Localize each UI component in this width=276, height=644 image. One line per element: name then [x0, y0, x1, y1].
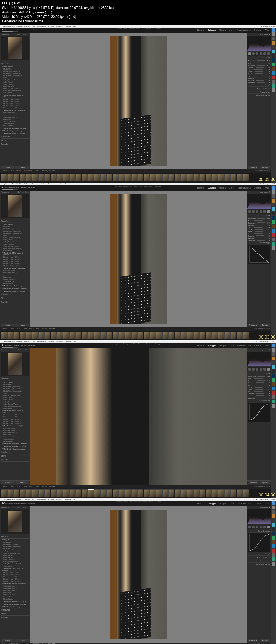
- preset-item[interactable]: Tonalità fredde: [1, 122, 29, 125]
- filmstrip-thumb[interactable]: [175, 332, 181, 339]
- slider-contrast[interactable]: Contrasto0: [248, 382, 270, 384]
- preset-item[interactable]: Black&White_basevince: [1, 228, 29, 230]
- crop-tool[interactable]: [248, 368, 251, 371]
- panel-section-header[interactable]: Istantanee: [1, 135, 29, 139]
- ripristina-button[interactable]: Ripristina: [260, 166, 270, 169]
- filter-label[interactable]: Filtro: Filtro disattivato: [254, 170, 270, 173]
- preset-item[interactable]: Bianco e nero - Effetto 2: [1, 574, 29, 576]
- menu-item[interactable]: Aiuto: [73, 183, 76, 185]
- panel-section-header[interactable]: Storia: [1, 139, 29, 142]
- section-header[interactable]: Correzioni obiettivo: [248, 563, 270, 566]
- menu-item[interactable]: Visualizza: [56, 499, 63, 500]
- preset-item[interactable]: Crossprocessing 3: [1, 431, 29, 434]
- preset-item[interactable]: Crossprocessing 1: [1, 112, 29, 114]
- battery-icon[interactable]: •: [258, 25, 258, 27]
- module-presentazione[interactable]: Presentazione: [237, 344, 251, 347]
- navigator-thumbnail[interactable]: [1, 36, 29, 60]
- slider-track[interactable]: [257, 240, 265, 241]
- filmstrip-thumb[interactable]: [88, 174, 94, 181]
- bluetooth-icon[interactable]: •: [255, 341, 255, 342]
- crop-tool[interactable]: [248, 526, 251, 528]
- preset-item[interactable]: Tonalità fredde: [1, 438, 29, 440]
- module-mappa[interactable]: Mappa: [219, 187, 226, 189]
- preset-item[interactable]: Color_SpringyVibes: [1, 561, 29, 563]
- spot-tool[interactable]: [252, 368, 255, 371]
- filmstrip-thumb[interactable]: [131, 332, 137, 339]
- preset-item[interactable]: Crossprocessing 1: [1, 269, 29, 272]
- preset-item[interactable]: Color_ThejustandtheGirl: [1, 90, 29, 92]
- menu-item[interactable]: Visualizza: [56, 183, 63, 185]
- dock-app-icon[interactable]: [272, 28, 275, 32]
- dock-app-icon[interactable]: [272, 344, 275, 347]
- slider-tint[interactable]: Tinta+11: [248, 220, 270, 222]
- slider-clarity[interactable]: Chiarezza+10: [248, 393, 270, 395]
- preset-group[interactable]: ▼ Predefiniti video di Lightroom: [1, 605, 29, 608]
- filmstrip-thumb[interactable]: [125, 332, 131, 339]
- filmstrip-thumb[interactable]: [75, 489, 81, 497]
- filmstrip-thumb[interactable]: [100, 489, 106, 497]
- preset-item[interactable]: Color_SpringyVibes: [1, 403, 29, 405]
- menu-item[interactable]: Sviluppo: [24, 183, 30, 185]
- filmstrip-thumb[interactable]: [150, 489, 156, 497]
- wifi-icon[interactable]: •: [253, 499, 254, 500]
- curve-section-header[interactable]: Curva di viraggio: [248, 530, 270, 533]
- panel-section-header[interactable]: Raccolte: [1, 458, 29, 462]
- filmstrip-thumb[interactable]: [168, 174, 174, 181]
- filmstrip-thumb[interactable]: [119, 174, 125, 181]
- filmstrip-thumb[interactable]: [206, 332, 212, 339]
- slider-exposure[interactable]: Esposizione+0,40: [248, 380, 270, 382]
- filmstrip-thumb[interactable]: [181, 174, 187, 181]
- preset-group[interactable]: ▼ Predefiniti generali di Lightroom: [1, 603, 29, 605]
- slider-shadows[interactable]: Ombre+25: [248, 386, 270, 388]
- brush-tool[interactable]: [267, 210, 270, 213]
- filmstrip-thumb[interactable]: [237, 489, 243, 497]
- dock-app-icon[interactable]: [272, 220, 275, 224]
- preset-item[interactable]: Color_: [1, 77, 29, 79]
- filmstrip-thumb[interactable]: [243, 332, 249, 339]
- preset-item[interactable]: Black&White_teresaprova: [1, 74, 29, 77]
- slider-track[interactable]: [256, 395, 264, 396]
- slider-contrast[interactable]: Contrasto0: [248, 66, 270, 68]
- dock-app-icon[interactable]: [272, 527, 275, 531]
- precedente-button[interactable]: Precedente: [248, 639, 258, 642]
- filmstrip-thumb[interactable]: [88, 489, 94, 497]
- preset-item[interactable]: Colori_MKII: [1, 249, 29, 252]
- redeye-tool[interactable]: [256, 526, 258, 528]
- filmstrip-thumb[interactable]: [187, 332, 193, 339]
- preset-group[interactable]: ▼ I My Presets: [1, 223, 29, 226]
- filter-label[interactable]: Filtro: Filtro disattivato: [254, 485, 270, 488]
- dock-app-icon[interactable]: [272, 378, 275, 382]
- dock-app-icon[interactable]: [272, 374, 275, 378]
- preset-group[interactable]: ▼ Predefiniti video di Lightroom: [1, 290, 29, 293]
- panel-section-header[interactable]: Istantanee: [1, 450, 29, 454]
- menu-item[interactable]: Strumenti: [47, 341, 54, 342]
- filmstrip-thumb[interactable]: [218, 332, 224, 339]
- preset-group[interactable]: ▼ Predefiniti a colori di Lightroom: [1, 267, 29, 269]
- slider-track[interactable]: [255, 229, 263, 230]
- bluetooth-icon[interactable]: •: [255, 183, 255, 185]
- app-name[interactable]: Lightroom: [3, 183, 11, 185]
- menu-item[interactable]: Impostazioni: [37, 25, 46, 27]
- ripristina-button[interactable]: Ripristina: [260, 639, 270, 642]
- preset-item[interactable]: Color_EndlessSummer: [1, 79, 29, 81]
- filmstrip-thumb[interactable]: [144, 489, 150, 497]
- preset-item[interactable]: Prova rossi: [1, 434, 29, 436]
- filmstrip-thumb[interactable]: [230, 489, 236, 497]
- filmstrip-thumb[interactable]: [63, 174, 69, 181]
- module-web[interactable]: Web: [265, 502, 269, 505]
- menu-item[interactable]: Finestra: [65, 183, 71, 185]
- presets-header[interactable]: Predefiniti: [1, 219, 29, 223]
- dock-app-icon[interactable]: [272, 84, 275, 88]
- slider-track[interactable]: [255, 73, 263, 74]
- filmstrip-thumb[interactable]: [162, 174, 168, 181]
- preset-item[interactable]: Bianco e nero - Effetto 4: [1, 578, 29, 580]
- preset-item[interactable]: Seppia naturale: [1, 120, 29, 122]
- histogram[interactable]: [247, 194, 271, 209]
- battery-icon[interactable]: •: [258, 341, 258, 342]
- wifi-icon[interactable]: •: [253, 341, 254, 342]
- filmstrip-thumb[interactable]: [230, 332, 236, 339]
- preset-item[interactable]: Colori_MKII: [1, 92, 29, 94]
- menu-item[interactable]: Sviluppo: [24, 25, 30, 27]
- slider-track[interactable]: [257, 222, 265, 223]
- filmstrip-thumb[interactable]: [206, 489, 212, 497]
